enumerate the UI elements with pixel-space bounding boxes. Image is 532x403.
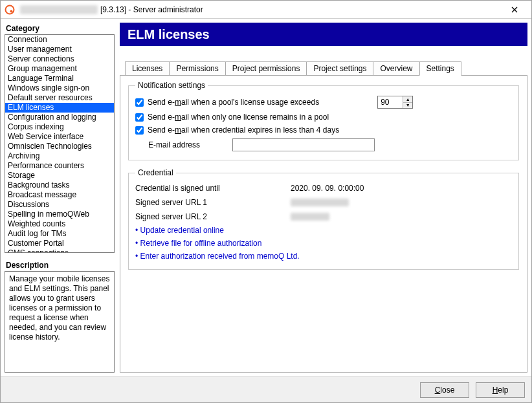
- sidebar-item[interactable]: ELM licenses: [5, 103, 114, 113]
- left-panel: Category ConnectionUser managementServer…: [5, 23, 115, 373]
- sidebar-item[interactable]: Performance counters: [5, 161, 114, 171]
- sidebar-item[interactable]: Group management: [5, 64, 114, 74]
- credential-legend: Credential: [135, 168, 176, 177]
- sidebar-item[interactable]: Windows single sign-on: [5, 83, 114, 93]
- tabs-row: LicensesPermissionsProject permissionsPr…: [120, 61, 527, 75]
- titlebar: [9.3.13] - Server administrator: [1, 1, 531, 19]
- app-icon: [5, 5, 15, 15]
- tab-project-settings[interactable]: Project settings: [306, 61, 373, 75]
- sidebar-item[interactable]: Spelling in memoQWeb: [5, 210, 114, 219]
- exceeds-checkbox-label: Send e-mail when a pool's license usage …: [148, 98, 319, 107]
- signed-until-value: 2020. 09. 09. 0:00:00: [291, 184, 364, 193]
- sidebar-item[interactable]: Background tasks: [5, 180, 114, 190]
- email-field[interactable]: [232, 138, 375, 151]
- spinner-down-icon[interactable]: ▼: [403, 103, 412, 109]
- credential-group: Credential Credential is signed until 20…: [128, 168, 519, 270]
- sidebar-item[interactable]: Weighted counts: [5, 219, 114, 229]
- window-title: [9.3.13] - Server administrator: [20, 5, 203, 14]
- signed-until-label: Credential is signed until: [135, 184, 291, 193]
- close-button[interactable]: Close: [420, 382, 469, 398]
- page-title: ELM licenses: [120, 23, 527, 46]
- sidebar-item[interactable]: Broadcast message: [5, 190, 114, 200]
- signed-url2-value-redacted: [291, 213, 329, 221]
- sidebar-item[interactable]: Server connections: [5, 54, 114, 64]
- exceeds-spinner[interactable]: ▲ ▼: [377, 96, 413, 109]
- exceeds-checkbox[interactable]: Send e-mail when a pool's license usage …: [135, 98, 319, 107]
- help-button[interactable]: Help: [476, 382, 525, 398]
- spinner-up-icon[interactable]: ▲: [403, 96, 412, 103]
- signed-url2-label: Signed server URL 2: [135, 212, 291, 221]
- notification-settings-legend: Notification settings: [135, 81, 208, 90]
- cred-expire-checkbox-label: Send e-mail when credential expires in l…: [148, 125, 339, 135]
- one-remains-checkbox-label: Send e-mail when only one license remain…: [148, 113, 329, 122]
- sidebar-item[interactable]: Default server resources: [5, 93, 114, 103]
- sidebar-item[interactable]: Storage: [5, 171, 114, 180]
- category-list[interactable]: ConnectionUser managementServer connecti…: [5, 34, 115, 253]
- description-box: Manage your mobile licenses and ELM sett…: [5, 271, 115, 373]
- svg-point-0: [6, 5, 14, 14]
- email-label: E-mail address: [148, 140, 232, 149]
- window-root: [9.3.13] - Server administrator Category…: [0, 0, 532, 403]
- window-title-suffix: [9.3.13] - Server administrator: [100, 5, 203, 14]
- cred-expire-checkbox-input[interactable]: [135, 126, 144, 135]
- category-heading: Category: [5, 23, 115, 34]
- sidebar-item[interactable]: Configuration and logging: [5, 113, 114, 122]
- sidebar-item[interactable]: Web Service interface: [5, 132, 114, 142]
- sidebar-item[interactable]: Discussions: [5, 200, 114, 210]
- sidebar-item[interactable]: Audit log for TMs: [5, 229, 114, 239]
- retrieve-file-link[interactable]: Retrieve file for offline authorization: [140, 239, 262, 248]
- tab-licenses[interactable]: Licenses: [125, 61, 170, 75]
- tab-project-permissions[interactable]: Project permissions: [225, 61, 307, 75]
- signed-url1-value-redacted: [291, 199, 349, 206]
- one-remains-checkbox[interactable]: Send e-mail when only one license remain…: [135, 113, 329, 122]
- signed-url1-label: Signed server URL 1: [135, 198, 291, 207]
- tab-overview[interactable]: Overview: [373, 61, 419, 75]
- sidebar-item[interactable]: User management: [5, 45, 114, 54]
- tab-permissions[interactable]: Permissions: [169, 61, 225, 75]
- notification-settings-group: Notification settings Send e-mail when a…: [128, 81, 519, 160]
- content-panel: ELM licenses LicensesPermissionsProject …: [120, 23, 527, 373]
- sidebar-item[interactable]: Language Terminal: [5, 74, 114, 83]
- server-name-redacted: [20, 5, 98, 14]
- svg-point-1: [10, 10, 13, 12]
- exceeds-value-input[interactable]: [378, 96, 403, 108]
- sidebar-item[interactable]: Customer Portal: [5, 239, 114, 248]
- footer: Close Help: [1, 376, 531, 402]
- enter-authorization-link[interactable]: Enter authorization received from memoQ …: [140, 252, 300, 261]
- close-icon[interactable]: [502, 1, 527, 19]
- cred-expire-checkbox[interactable]: Send e-mail when credential expires in l…: [135, 125, 339, 135]
- sidebar-item[interactable]: Archiving: [5, 151, 114, 161]
- tab-panel-settings: Notification settings Send e-mail when a…: [120, 75, 527, 373]
- sidebar-item[interactable]: Corpus indexing: [5, 122, 114, 132]
- exceeds-checkbox-input[interactable]: [135, 98, 144, 107]
- sidebar-item[interactable]: Connection: [5, 35, 114, 45]
- one-remains-checkbox-input[interactable]: [135, 113, 144, 122]
- sidebar-item[interactable]: Omniscien Technologies: [5, 142, 114, 151]
- update-credential-link[interactable]: Update credential online: [140, 226, 224, 235]
- sidebar-item[interactable]: CMS connections: [5, 248, 114, 253]
- tab-settings[interactable]: Settings: [419, 61, 461, 76]
- description-heading: Description: [5, 259, 115, 271]
